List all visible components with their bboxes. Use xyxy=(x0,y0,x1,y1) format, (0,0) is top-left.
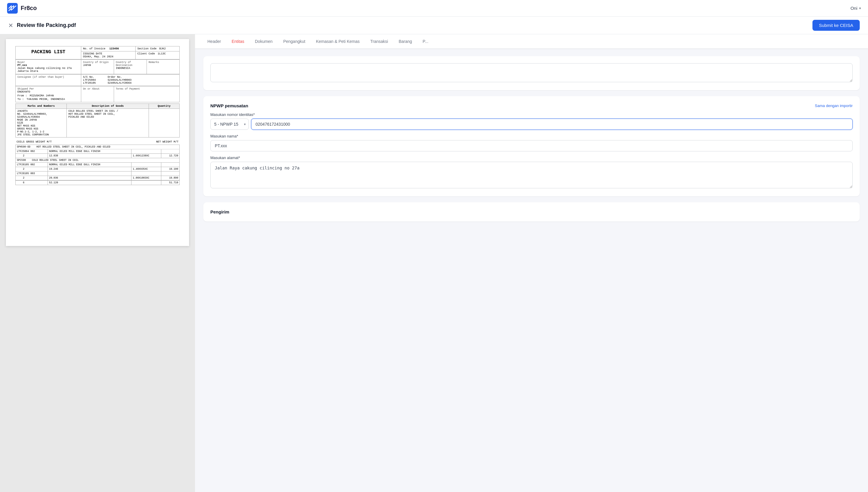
invoice-no: 123456 xyxy=(109,47,119,50)
marks-header: Marks and Numbers xyxy=(16,104,67,109)
pdf-panel: PACKING LIST No. of Invoice 123456 Secti… xyxy=(0,34,195,492)
pdf-page: PACKING LIST No. of Invoice 123456 Secti… xyxy=(6,39,189,246)
top-form-card xyxy=(203,56,860,90)
name-label: Masukan nama* xyxy=(210,134,852,139)
logo-text: Fr8co xyxy=(21,5,37,11)
right-panel: Header Entitas Dokumen Pengangkut Kemasa… xyxy=(195,34,868,492)
section-code-label: Section Code xyxy=(137,47,157,50)
page-title: Review file Packing.pdf xyxy=(17,22,76,28)
tab-header[interactable]: Header xyxy=(202,34,226,49)
buyer-name: PT.xxx xyxy=(18,64,79,67)
buyer-address: Jalan Raya cakung cilincing no 27a Jakar… xyxy=(18,67,79,73)
address-label: Masukan alamat* xyxy=(210,155,852,160)
issuing-date-label: ISSUING DATE xyxy=(83,52,102,55)
tab-dokumen[interactable]: Dokumen xyxy=(249,34,278,49)
submit-button[interactable]: Submit ke CEISA xyxy=(812,20,860,31)
marks-cell: JAKARTA NO. S2404ALALYHR003, S2405ALALYC… xyxy=(16,109,67,138)
npwp-type-select[interactable]: 5 - NPWP 15 xyxy=(210,119,249,130)
order-no-label: Order No. xyxy=(108,76,131,79)
to-value: TANJUNG PRIOK, INDONESIA xyxy=(27,98,65,101)
order2: S2405ALALYCROO4 xyxy=(108,82,131,84)
to-line: To : TANJUNG PRIOK, INDONESIA xyxy=(18,98,79,101)
form-area: NPWP pemusatan Sama dengan importir Masu… xyxy=(195,49,868,235)
top-navigation: Fr8co Oni ▾ xyxy=(0,0,868,17)
buyer-label: Buyer xyxy=(18,61,79,64)
sc-no-label: S/C No. xyxy=(83,76,96,79)
page-header: ✕ Review file Packing.pdf Submit ke CEIS… xyxy=(0,17,868,34)
sama-dengan-importir-link[interactable]: Sama dengan importir xyxy=(815,103,852,108)
to-label: To : xyxy=(18,98,24,101)
net-weight-header: NET WEIGHT M/T xyxy=(156,141,179,143)
address-textarea[interactable]: Jalan Raya cakung cilincing no 27a xyxy=(210,162,852,188)
qty-header: Quantity xyxy=(149,104,179,109)
client-code-label: Client Code xyxy=(137,52,155,55)
top-textarea[interactable] xyxy=(210,63,852,82)
client-code: 1L13C xyxy=(158,52,166,55)
desc-header: Description of Goods xyxy=(67,104,149,109)
chevron-down-icon: ▾ xyxy=(859,6,861,10)
sph-row: SPH590-OD HOT ROLLED STEEL SHEET IN COIL… xyxy=(16,145,180,149)
remarks-label: Remarks xyxy=(149,61,178,64)
pdf-title: PACKING LIST xyxy=(18,49,79,55)
tab-kemasan[interactable]: Kemasan & Peti Kemas xyxy=(311,34,365,49)
tab-barang[interactable]: Barang xyxy=(393,34,417,49)
name-input[interactable] xyxy=(210,140,852,151)
country-origin: JAPAN xyxy=(83,64,112,67)
sc1: LTF25804 xyxy=(83,79,96,82)
user-menu[interactable]: Oni ▾ xyxy=(850,6,861,11)
desc-cell: COLD ROLLED STEEL SHEET IN COIL /HOT ROL… xyxy=(67,109,149,138)
tab-pengangkut[interactable]: Pengangkut xyxy=(278,34,311,49)
close-button[interactable]: ✕ xyxy=(8,22,13,29)
identity-label: Masukan nomor identitas* xyxy=(210,112,852,117)
identity-number-input[interactable] xyxy=(251,119,852,130)
main-layout: PACKING LIST No. of Invoice 123456 Secti… xyxy=(0,34,868,492)
pengirim-card: Pengirim xyxy=(203,202,860,221)
tabs-bar: Header Entitas Dokumen Pengangkut Kemasa… xyxy=(195,34,868,49)
logo-container: Fr8co xyxy=(7,3,37,14)
country-dest: INDONESIA xyxy=(116,67,145,70)
pengirim-title: Pengirim xyxy=(210,210,852,214)
order1: S2404ALALYHR003 xyxy=(108,79,131,82)
coils-header: COILS GROSS WEIGHT M/T xyxy=(17,141,52,143)
consignee-label: Consignee (if other than buyer) xyxy=(18,76,79,79)
terms-label: Terms of Payment xyxy=(116,88,178,91)
ltf-row1: LTF25804 002 xyxy=(16,149,48,154)
on-or-about-label: On or About xyxy=(83,88,112,91)
user-name: Oni xyxy=(850,6,857,11)
qty-cell xyxy=(149,109,179,138)
npwp-card: NPWP pemusatan Sama dengan importir Masu… xyxy=(203,96,860,196)
tab-transaksi[interactable]: Transaksi xyxy=(365,34,393,49)
issuing-date: OSAKA, May. 24 2024 xyxy=(83,55,113,58)
page-header-left: ✕ Review file Packing.pdf xyxy=(8,22,76,29)
fr8co-logo-icon xyxy=(7,3,18,14)
shipped-per: ENGKANTO xyxy=(18,91,79,93)
shipped-per-label: Shipped Per xyxy=(18,88,79,91)
identity-input-group: 5 - NPWP 15 ▾ xyxy=(210,119,852,130)
sc2: LTF28105 xyxy=(83,82,96,84)
npwp-section-title: NPWP pemusatan xyxy=(210,103,248,108)
country-origin-label: Country of Origin xyxy=(83,61,112,64)
section-code: BJK2 xyxy=(159,47,166,50)
country-dest-label: Country of Destination xyxy=(116,61,145,67)
from-label: From : MIZUSHIMA JAPAN xyxy=(18,94,79,97)
tab-more[interactable]: P... xyxy=(417,34,434,49)
tab-entitas[interactable]: Entitas xyxy=(226,34,249,49)
invoice-no-label: No. of Invoice xyxy=(83,47,105,50)
